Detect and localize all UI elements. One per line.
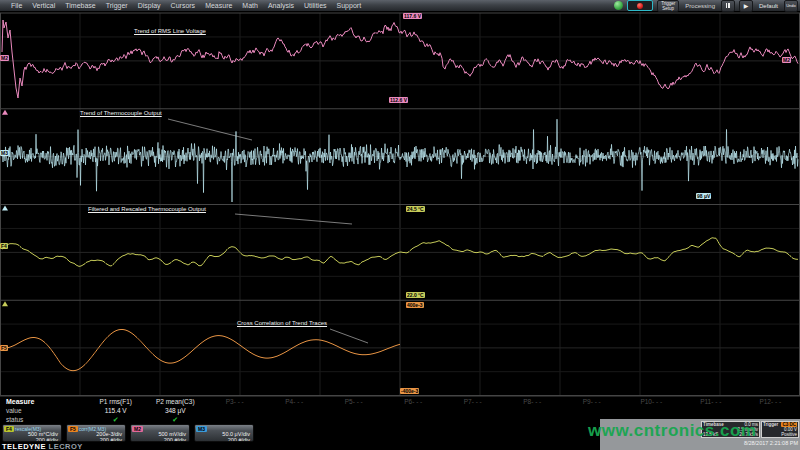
measure-label: Measure (6, 397, 86, 406)
waveform-display[interactable]: Trend of RMS Line Voltage Trend of Therm… (0, 12, 800, 396)
measure-col-P2[interactable]: P2 mean(C3)348 μV✔ (146, 397, 206, 424)
scale-badge-M2: 112.6 V (389, 97, 408, 103)
trace-label-F5[interactable]: F5 (0, 345, 8, 351)
trace-label-M2[interactable]: M2 (0, 55, 9, 61)
descriptor-rate: 200 #/div (195, 438, 253, 443)
descriptor-F5[interactable]: F5corr(M2,M3)200e-3/div200 #/div (66, 424, 126, 442)
scale-badge-F4: 24.5 °C (406, 206, 425, 212)
menu-analysis[interactable]: Analysis (263, 2, 299, 9)
pause-button[interactable] (721, 0, 735, 12)
waveform-grid[interactable] (0, 12, 800, 396)
descriptor-tab[interactable]: F4 (4, 426, 14, 432)
brand-logo: TELEDYNE LECROY (2, 442, 83, 450)
trace-level-marker (2, 110, 8, 115)
trace-level-marker (2, 206, 8, 211)
menu-measure[interactable]: Measure (200, 2, 237, 9)
trigger-summary-box[interactable]: Trigger C3 DC 0.00 V Positive (761, 421, 799, 438)
trace-label-F4[interactable]: F4 (0, 243, 8, 249)
processing-label: Processing (683, 3, 717, 9)
measure-col-P4[interactable]: P4- - - (265, 397, 325, 424)
trace-descriptor-boxes: F4rescale(M3)500 m°C/div200 #/divF5corr(… (2, 424, 254, 442)
descriptor-M2[interactable]: M2500 mV/div200 #/div (130, 424, 190, 442)
measure-col-P3[interactable]: P3- - - (205, 397, 265, 424)
play-button[interactable]: ▶ (739, 0, 753, 12)
scale-badge-M3: 98 μV (696, 193, 711, 199)
descriptor-tab[interactable]: F5 (68, 426, 78, 432)
measure-col-P6[interactable]: P6- - - (384, 397, 444, 424)
menu-cursors[interactable]: Cursors (166, 2, 201, 9)
value-label: value (6, 406, 86, 415)
default-button[interactable]: Default (757, 3, 780, 9)
undo-button[interactable]: Undo (784, 0, 798, 12)
menu-utilities[interactable]: Utilities (299, 2, 332, 9)
measure-col-P1[interactable]: P1 rms(F1)115.4 V✔ (86, 397, 146, 424)
trace-annotation: Cross Correlation of Trend Traces (237, 320, 327, 326)
pause-icon (726, 3, 730, 8)
trigger-slope: Positive (781, 432, 797, 437)
menu-support[interactable]: Support (332, 2, 367, 9)
scale-badge-M2: 117.6 V (403, 13, 422, 19)
scale-badge-M2: M2 (782, 57, 791, 63)
menu-file[interactable]: File (6, 2, 27, 9)
descriptor-rate: 200 #/div (131, 438, 189, 443)
menu-timebase[interactable]: Timebase (60, 2, 100, 9)
trace-annotation: Filtered and Rescaled Thermocouple Outpu… (88, 206, 206, 212)
measure-col-P7[interactable]: P7- - - (443, 397, 503, 424)
menu-trigger[interactable]: Trigger (101, 2, 133, 9)
measure-col-P5[interactable]: P5- - - (324, 397, 384, 424)
green-knob-icon[interactable] (614, 1, 623, 10)
oscilloscope-screen: FileVerticalTimebaseTriggerDisplayCursor… (0, 0, 800, 450)
trigger-label: Trigger (763, 422, 778, 427)
menu-display[interactable]: Display (133, 2, 166, 9)
record-icon (637, 3, 643, 9)
play-icon: ▶ (744, 3, 749, 9)
bottom-strip: F4rescale(M3)500 m°C/div200 #/divF5corr(… (0, 423, 800, 450)
brand-teledyne: TELEDYNE (2, 442, 46, 450)
trace-label-M3[interactable]: M3 (0, 150, 9, 156)
descriptor-tab[interactable]: M3 (196, 426, 207, 432)
menu-vertical[interactable]: Vertical (27, 2, 60, 9)
trigger-setup-label-2: Setup (662, 6, 674, 11)
toolbar-right: Trigger Setup Processing ▶ Default Undo (614, 0, 800, 12)
trace-annotation: Trend of RMS Line Voltage (134, 28, 206, 34)
waveform-trace[interactable] (6, 330, 400, 371)
brand-lecroy: LECROY (49, 442, 83, 450)
menu-bar: FileVerticalTimebaseTriggerDisplayCursor… (0, 0, 800, 12)
descriptor-F4[interactable]: F4rescale(M3)500 m°C/div200 #/div (2, 424, 62, 442)
scale-badge-F5: -400e-3 (400, 388, 419, 394)
descriptor-M3[interactable]: M350.0 μV/div200 #/div (194, 424, 254, 442)
trace-annotation: Trend of Thermocouple Output (80, 110, 162, 116)
trace-level-marker (2, 301, 8, 306)
measure-row-labels: Measure value status (0, 397, 86, 424)
acquisition-button[interactable] (627, 0, 653, 11)
scale-badge-F4: 22.0 °C (406, 292, 425, 298)
measure-col-P8[interactable]: P8- - - (503, 397, 563, 424)
trigger-setup-button[interactable]: Trigger Setup (657, 0, 679, 12)
menu-math[interactable]: Math (237, 2, 263, 9)
descriptor-tab[interactable]: M2 (132, 426, 143, 432)
scale-badge-F5: 400e-3 (406, 302, 424, 308)
menu-items: FileVerticalTimebaseTriggerDisplayCursor… (6, 2, 366, 9)
watermark: www.cntronics.com (588, 421, 756, 441)
